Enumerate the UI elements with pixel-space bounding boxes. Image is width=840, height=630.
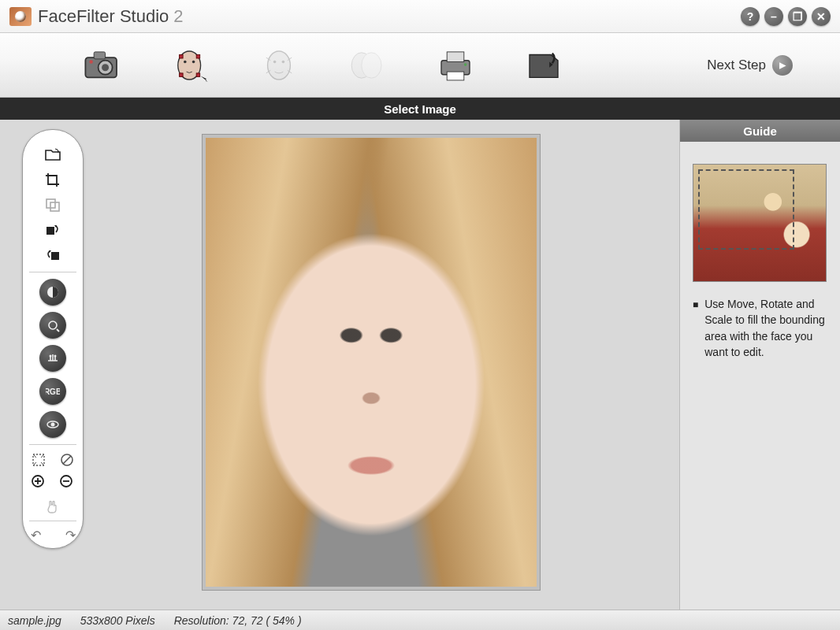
next-arrow-icon: ▸ bbox=[772, 55, 793, 76]
reset-zoom-button[interactable] bbox=[58, 451, 76, 469]
color-button[interactable]: RGB bbox=[39, 378, 66, 405]
canvas-wrap: RGB ↶ ↷ bbox=[0, 120, 679, 610]
help-button[interactable]: ? bbox=[741, 7, 760, 26]
fit-screen-button[interactable] bbox=[30, 451, 47, 469]
sharpen-button[interactable] bbox=[39, 312, 66, 339]
rotate-cw-button[interactable] bbox=[41, 220, 65, 240]
app-logo-icon bbox=[9, 7, 32, 26]
svg-point-28 bbox=[54, 355, 57, 358]
rotate-ccw-button[interactable] bbox=[41, 245, 65, 265]
redo-button[interactable]: ↷ bbox=[61, 528, 79, 542]
step-fit-points[interactable] bbox=[167, 43, 214, 87]
eye-button[interactable] bbox=[39, 411, 66, 438]
undo-button[interactable]: ↶ bbox=[27, 528, 44, 542]
titlebar: FaceFilter Studio 2 ? – ❐ ✕ bbox=[0, 0, 840, 33]
copy-button[interactable] bbox=[41, 195, 65, 215]
svg-text:RGB: RGB bbox=[46, 387, 60, 396]
svg-rect-23 bbox=[46, 227, 54, 235]
section-title: Select Image bbox=[384, 102, 456, 116]
svg-point-31 bbox=[51, 423, 55, 427]
maximize-button[interactable]: ❐ bbox=[788, 7, 807, 26]
step-expression[interactable] bbox=[255, 43, 303, 87]
step-toolbar: Next Step ▸ bbox=[0, 33, 840, 98]
status-bar: sample.jpg 533x800 Pixels Resolution: 72… bbox=[0, 610, 840, 630]
left-toolbar: RGB ↶ ↷ bbox=[22, 129, 84, 549]
step-select-image[interactable] bbox=[79, 43, 126, 87]
next-step-label: Next Step bbox=[707, 57, 766, 73]
main-area: RGB ↶ ↷ bbox=[0, 120, 840, 610]
svg-rect-11 bbox=[196, 72, 200, 76]
svg-rect-19 bbox=[447, 72, 464, 80]
contrast-button[interactable] bbox=[39, 279, 66, 306]
guide-illustration bbox=[693, 164, 827, 282]
svg-point-6 bbox=[184, 60, 187, 63]
photo-preview bbox=[206, 138, 537, 587]
minimize-button[interactable]: – bbox=[764, 7, 783, 26]
svg-point-4 bbox=[89, 60, 93, 64]
close-button[interactable]: ✕ bbox=[812, 7, 831, 26]
section-title-bar: Select Image bbox=[0, 98, 840, 120]
svg-rect-9 bbox=[196, 54, 200, 58]
svg-rect-18 bbox=[447, 51, 464, 61]
app-name: FaceFilter Studio bbox=[38, 6, 169, 27]
svg-rect-8 bbox=[180, 54, 184, 58]
svg-point-26 bbox=[49, 321, 57, 329]
svg-point-13 bbox=[273, 60, 277, 63]
balance-button[interactable] bbox=[39, 345, 66, 372]
guide-text-content: Use Move, Rotate and Scale to fill the b… bbox=[704, 296, 827, 360]
status-filename: sample.jpg bbox=[8, 614, 61, 627]
app-version: 2 bbox=[173, 6, 183, 27]
svg-point-16 bbox=[362, 52, 381, 77]
step-print[interactable] bbox=[432, 43, 479, 87]
svg-point-7 bbox=[192, 60, 195, 63]
bullet-icon: ■ bbox=[693, 298, 698, 360]
status-dimensions: 533x800 Pixels bbox=[80, 614, 155, 627]
svg-point-12 bbox=[268, 51, 291, 80]
guide-title: Guide bbox=[743, 124, 777, 138]
next-step-button[interactable]: Next Step ▸ bbox=[707, 55, 793, 76]
svg-point-14 bbox=[282, 60, 285, 63]
zoom-in-button[interactable] bbox=[30, 473, 47, 491]
svg-rect-1 bbox=[94, 51, 105, 58]
step-save[interactable] bbox=[520, 43, 567, 87]
svg-rect-10 bbox=[180, 72, 184, 76]
svg-point-27 bbox=[50, 355, 52, 358]
svg-line-34 bbox=[63, 456, 71, 464]
svg-point-3 bbox=[102, 64, 109, 71]
step-skin[interactable] bbox=[344, 43, 391, 87]
guide-panel: Guide ■ Use Move, Rotate and Scale to fi… bbox=[679, 120, 840, 610]
guide-text: ■ Use Move, Rotate and Scale to fill the… bbox=[693, 296, 827, 360]
crop-button[interactable] bbox=[41, 169, 65, 190]
status-resolution: Resolution: 72, 72 ( 54% ) bbox=[174, 614, 302, 627]
app-title: FaceFilter Studio 2 bbox=[38, 6, 184, 27]
open-file-button[interactable] bbox=[41, 144, 65, 165]
zoom-out-button[interactable] bbox=[58, 473, 76, 491]
svg-rect-24 bbox=[51, 252, 59, 260]
window-buttons: ? – ❐ ✕ bbox=[741, 7, 831, 26]
pan-hand-button[interactable] bbox=[44, 497, 61, 514]
svg-point-20 bbox=[464, 63, 467, 66]
image-canvas[interactable] bbox=[202, 134, 541, 591]
guide-header: Guide bbox=[680, 120, 840, 142]
